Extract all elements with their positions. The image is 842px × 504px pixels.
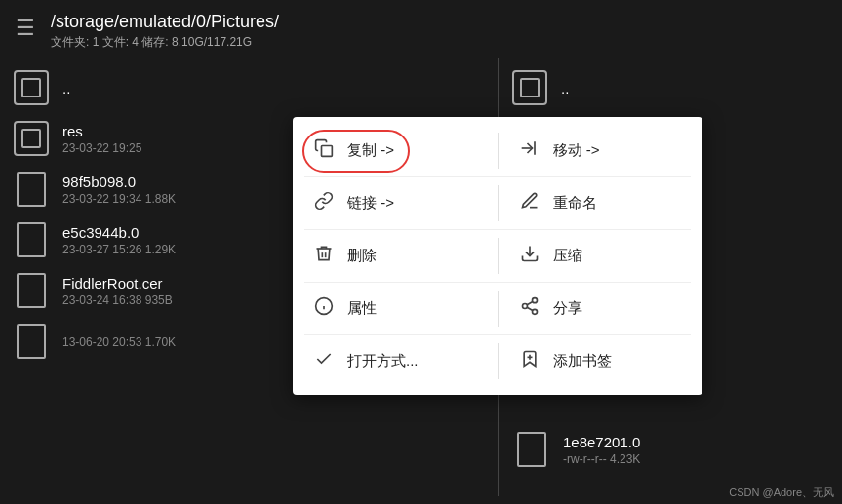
file-icon bbox=[12, 322, 51, 361]
menu-row-1: 复制 -> 移动 -> bbox=[293, 125, 702, 176]
file-info: FiddlerRoot.cer 23-03-24 16:38 935B bbox=[62, 275, 173, 307]
compress-label: 压缩 bbox=[553, 247, 582, 265]
hamburger-icon[interactable]: ☰ bbox=[16, 16, 35, 41]
file-icon bbox=[512, 430, 551, 469]
file-icon bbox=[12, 271, 51, 310]
bookmark-icon bbox=[518, 349, 541, 373]
link-label: 链接 -> bbox=[347, 194, 394, 213]
move-icon bbox=[518, 138, 541, 163]
delete-button[interactable]: 删除 bbox=[293, 230, 498, 282]
svg-rect-0 bbox=[322, 146, 333, 157]
rename-icon bbox=[518, 191, 541, 215]
copy-label: 复制 -> bbox=[347, 141, 394, 160]
properties-label: 属性 bbox=[347, 299, 377, 318]
folder-icon bbox=[12, 68, 51, 107]
svg-line-10 bbox=[527, 307, 533, 310]
header-text: /storage/emulated/0/Pictures/ 文件夹: 1 文件:… bbox=[51, 12, 279, 51]
menu-row-5: 打开方式... 添加书签 bbox=[293, 335, 702, 387]
bookmark-label: 添加书签 bbox=[553, 352, 612, 370]
svg-line-11 bbox=[527, 301, 533, 304]
share-button[interactable]: 分享 bbox=[499, 283, 703, 334]
folder-icon bbox=[12, 119, 51, 158]
file-info: 98f5b098.0 23-03-22 19:34 1.88K bbox=[62, 174, 176, 206]
file-info: res 23-03-22 19:25 bbox=[62, 123, 141, 155]
bookmark-button[interactable]: 添加书签 bbox=[499, 335, 703, 387]
open-with-label: 打开方式... bbox=[347, 352, 419, 370]
info-icon bbox=[312, 296, 336, 321]
menu-row-2: 链接 -> 重命名 bbox=[293, 177, 702, 229]
svg-point-7 bbox=[532, 298, 537, 303]
watermark: CSDN @Adore、无风 bbox=[729, 485, 834, 500]
file-info: .. bbox=[561, 80, 569, 97]
svg-point-9 bbox=[532, 309, 537, 314]
file-info: .. bbox=[62, 80, 70, 97]
file-info: e5c3944b.0 23-03-27 15:26 1.29K bbox=[62, 224, 176, 256]
link-icon bbox=[312, 191, 336, 215]
check-icon bbox=[312, 349, 336, 373]
list-item[interactable]: 1e8e7201.0 -rw-r--r-- 4.23K bbox=[501, 424, 842, 475]
link-button[interactable]: 链接 -> bbox=[293, 177, 498, 229]
header-title: /storage/emulated/0/Pictures/ bbox=[51, 12, 279, 32]
svg-point-8 bbox=[522, 304, 527, 309]
share-icon bbox=[518, 296, 541, 321]
header: ☰ /storage/emulated/0/Pictures/ 文件夹: 1 文… bbox=[0, 0, 842, 58]
delete-label: 删除 bbox=[347, 247, 377, 265]
open-with-button[interactable]: 打开方式... bbox=[293, 335, 498, 387]
copy-icon bbox=[312, 138, 336, 163]
copy-button[interactable]: 复制 -> bbox=[293, 125, 498, 176]
move-button[interactable]: 移动 -> bbox=[499, 125, 703, 176]
file-info: 13-06-20 20:53 1.70K bbox=[62, 333, 176, 349]
properties-button[interactable]: 属性 bbox=[293, 283, 498, 334]
rename-button[interactable]: 重命名 bbox=[499, 177, 703, 229]
compress-button[interactable]: 压缩 bbox=[499, 230, 703, 282]
file-icon bbox=[12, 220, 51, 259]
compress-icon bbox=[518, 244, 541, 268]
file-info: 1e8e7201.0 -rw-r--r-- 4.23K bbox=[563, 434, 640, 466]
file-icon bbox=[12, 170, 51, 209]
menu-row-4: 属性 分享 bbox=[293, 283, 702, 334]
menu-row-3: 删除 压缩 bbox=[293, 230, 702, 282]
folder-icon bbox=[510, 68, 549, 107]
context-menu: 复制 -> 移动 -> 链接 -> bbox=[293, 117, 702, 395]
move-label: 移动 -> bbox=[553, 141, 600, 160]
share-label: 分享 bbox=[553, 299, 582, 318]
rename-label: 重命名 bbox=[553, 194, 597, 213]
header-meta: 文件夹: 1 文件: 4 储存: 8.10G/117.21G bbox=[51, 34, 279, 51]
list-item[interactable]: .. bbox=[499, 62, 842, 113]
list-item[interactable]: .. bbox=[0, 62, 498, 113]
delete-icon bbox=[312, 244, 336, 268]
